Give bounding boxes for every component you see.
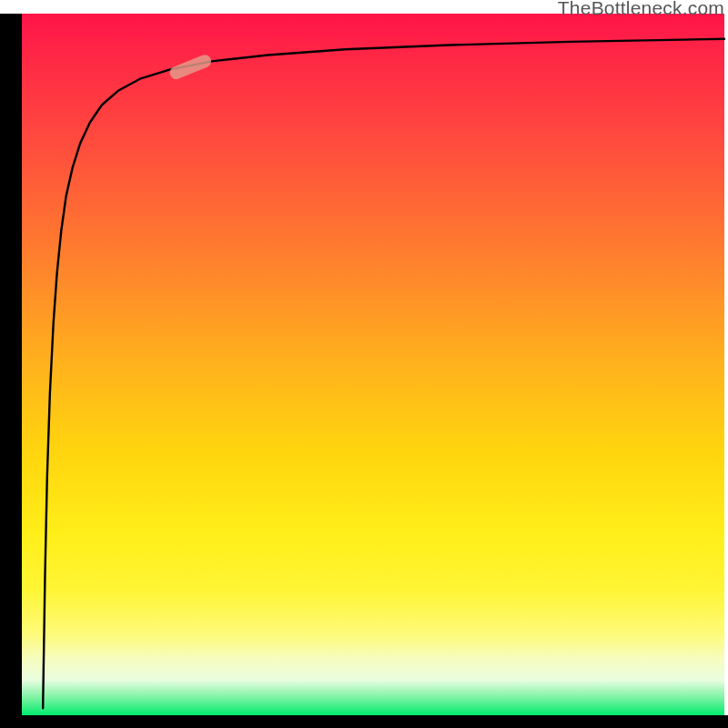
- y-axis: [0, 14, 22, 715]
- chart-root: TheBottleneck.com: [0, 0, 728, 728]
- plot-area: [22, 14, 724, 715]
- x-axis: [0, 715, 728, 728]
- attribution-text: TheBottleneck.com: [558, 0, 724, 19]
